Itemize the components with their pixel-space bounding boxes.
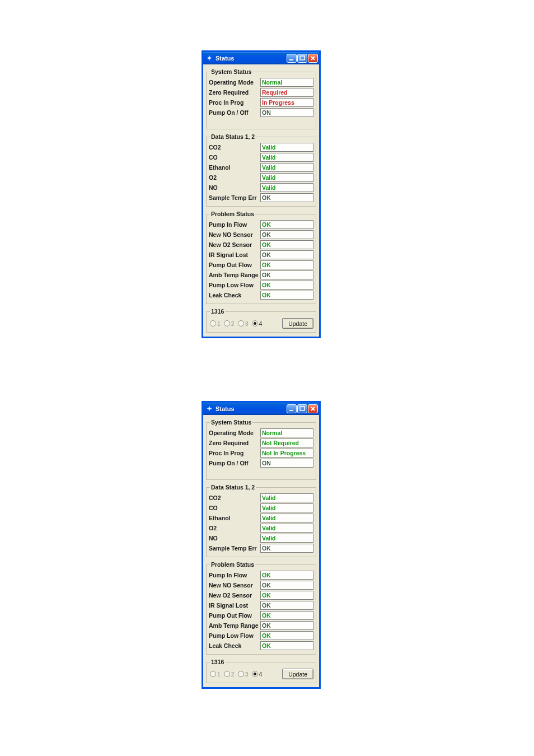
row-label: Pump In Flow	[209, 221, 260, 228]
status-row: CO2Valid	[209, 142, 313, 152]
problem-status-group: Problem Status Pump In FlowOK New NO Sen…	[206, 561, 316, 655]
row-value: Valid	[260, 163, 313, 172]
svg-rect-1	[300, 56, 305, 60]
row-value: OK	[260, 193, 313, 202]
footer-group: 1316 1 2 3 4 Update	[206, 308, 316, 333]
window-title: Status	[216, 405, 287, 412]
status-window: ✦ Status System Status Operating ModeNor…	[202, 50, 321, 338]
status-row: Amb Temp RangeOK	[209, 270, 313, 280]
maximize-icon[interactable]	[297, 404, 307, 413]
row-value: OK	[260, 230, 313, 239]
row-value: OK	[260, 641, 313, 650]
radio-option-1[interactable]: 1	[210, 320, 221, 327]
row-value: Normal	[260, 78, 313, 87]
row-label: Amb Temp Range	[209, 272, 260, 278]
window-title: Status	[216, 55, 287, 62]
group-legend: Data Status 1, 2	[210, 484, 256, 491]
status-row: Proc In ProgNot In Progress	[209, 448, 313, 458]
minimize-icon[interactable]	[287, 54, 297, 63]
row-value: Valid	[260, 503, 313, 512]
radio-option-3[interactable]: 3	[238, 671, 249, 678]
radio-label: 3	[245, 671, 249, 678]
row-label: Ethanol	[209, 164, 260, 171]
radio-option-3[interactable]: 3	[238, 320, 249, 327]
row-label: Amb Temp Range	[209, 622, 260, 629]
row-label: Sample Temp Err	[209, 194, 260, 201]
status-row: Operating ModeNormal	[209, 428, 313, 438]
row-value: OK	[260, 601, 313, 610]
row-label: IR Signal Lost	[209, 251, 260, 258]
status-row: COValid	[209, 152, 313, 162]
group-legend: System Status	[210, 419, 252, 426]
status-row: Leak CheckOK	[209, 290, 313, 300]
row-label: Sample Temp Err	[209, 545, 260, 552]
update-button[interactable]: Update	[282, 669, 313, 679]
radio-option-4[interactable]: 4	[252, 320, 263, 327]
app-icon: ✦	[205, 54, 213, 62]
minimize-icon[interactable]	[287, 404, 297, 413]
radio-icon	[238, 320, 244, 326]
data-status-group: Data Status 1, 2 CO2Valid COValid Ethano…	[206, 133, 316, 207]
radio-icon	[252, 671, 258, 677]
status-row: Pump On / OffON	[209, 108, 313, 118]
status-row: Pump Low FlowOK	[209, 631, 313, 641]
maximize-icon[interactable]	[297, 54, 307, 63]
row-value: OK	[260, 611, 313, 620]
radio-label: 1	[217, 671, 221, 678]
radio-option-2[interactable]: 2	[224, 671, 235, 678]
row-value: OK	[260, 631, 313, 640]
status-row: Pump On / OffON	[209, 458, 313, 468]
radio-icon	[224, 320, 230, 326]
row-value: OK	[260, 260, 313, 269]
row-label: CO	[209, 154, 260, 161]
radio-option-4[interactable]: 4	[252, 671, 263, 678]
status-row: Pump In FlowOK	[209, 220, 313, 230]
group-legend: 1316	[210, 659, 225, 665]
row-label: New NO Sensor	[209, 231, 260, 238]
radio-option-1[interactable]: 1	[210, 671, 221, 678]
app-icon: ✦	[205, 405, 213, 413]
status-row: NOValid	[209, 533, 313, 543]
row-label: Pump Low Flow	[209, 632, 260, 639]
row-label: Zero Required	[209, 89, 260, 96]
group-legend: Problem Status	[210, 561, 255, 568]
status-row: Pump Low FlowOK	[209, 280, 313, 290]
svg-rect-0	[289, 59, 293, 60]
group-legend: 1316	[210, 308, 225, 315]
row-label: Operating Mode	[209, 430, 260, 436]
client-area: System Status Operating ModeNormal Zero …	[203, 415, 319, 687]
row-label: Proc In Prog	[209, 99, 260, 106]
row-label: O2	[209, 174, 260, 181]
row-label: O2	[209, 525, 260, 531]
row-value: Not Required	[260, 438, 313, 447]
row-label: New O2 Sensor	[209, 241, 260, 248]
row-value: Required	[260, 88, 313, 97]
row-value: OK	[260, 544, 313, 553]
status-row: O2Valid	[209, 172, 313, 183]
row-value: Valid	[260, 143, 313, 152]
row-value: Valid	[260, 173, 313, 182]
data-status-group: Data Status 1, 2 CO2Valid COValid Ethano…	[206, 484, 316, 557]
titlebar[interactable]: ✦ Status	[203, 52, 319, 64]
update-button[interactable]: Update	[282, 318, 313, 329]
status-row: New NO SensorOK	[209, 230, 313, 240]
svg-rect-2	[289, 410, 293, 411]
row-label: Zero Required	[209, 440, 260, 446]
radio-label: 4	[259, 320, 263, 327]
row-value: Valid	[260, 153, 313, 162]
status-row: COValid	[209, 503, 313, 513]
radio-label: 2	[231, 671, 235, 678]
titlebar[interactable]: ✦ Status	[203, 403, 319, 415]
status-row: CO2Valid	[209, 493, 313, 503]
status-window: ✦ Status System Status Operating ModeNor…	[202, 401, 321, 689]
status-row: NOValid	[209, 183, 313, 193]
system-status-group: System Status Operating ModeNormal Zero …	[206, 419, 316, 480]
radio-label: 1	[217, 320, 221, 327]
status-row: Pump Out FlowOK	[209, 610, 313, 620]
status-row: Operating ModeNormal	[209, 77, 313, 87]
row-label: NO	[209, 535, 260, 542]
close-icon[interactable]	[308, 404, 318, 413]
radio-option-2[interactable]: 2	[224, 320, 235, 327]
close-icon[interactable]	[308, 54, 318, 63]
row-label: NO	[209, 184, 260, 191]
